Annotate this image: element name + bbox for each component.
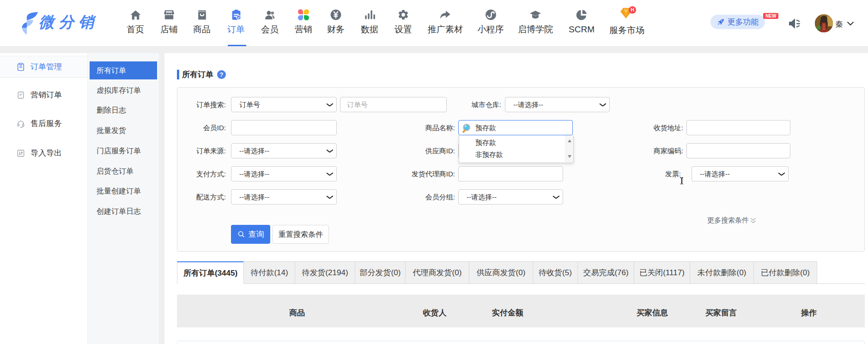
svg-text:H: H bbox=[631, 7, 634, 12]
